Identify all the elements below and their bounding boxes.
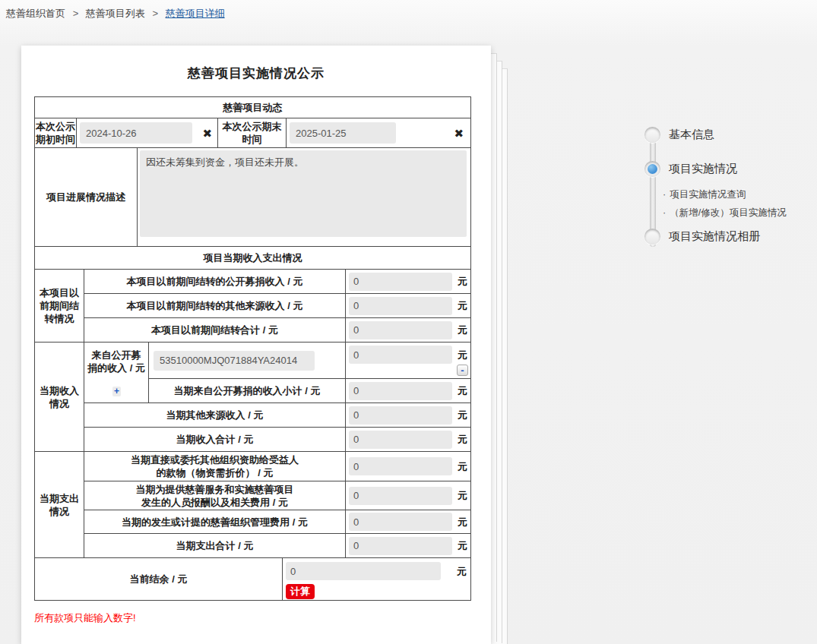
balance-label: 当前结余 / 元: [35, 558, 282, 600]
end-date-label: 本次公示期末时间: [217, 118, 286, 147]
income-total-label: 当期收入合计 / 元: [84, 428, 345, 451]
finance-header-row: 项目当期收入支出情况: [35, 246, 470, 269]
table-row: 当期收入合计 / 元 元: [84, 427, 470, 451]
expense-staff-input[interactable]: [349, 487, 452, 505]
unit-label: 元: [458, 299, 468, 312]
carryover-total-label: 本项目以前期间结转合计 / 元: [84, 318, 345, 342]
unit-label: 元: [458, 275, 468, 288]
income-other-label: 当期其他来源收入 / 元: [84, 403, 345, 427]
carryover-total-input[interactable]: [349, 321, 452, 339]
fund-row: 元 -: [148, 343, 470, 378]
table-row: 本项目以前期间结转的其他来源收入 / 元 元: [84, 293, 470, 317]
income-other-cell: 元: [345, 403, 470, 427]
unit-label: 元: [458, 324, 468, 336]
unit-label: 元: [458, 539, 468, 552]
substep-implementation-query[interactable]: ·项目实施情况查询: [663, 188, 746, 201]
table-row: 当期支出合计 / 元 元: [84, 533, 470, 557]
income-section: 当期收入情况 来自公开募捐的收入 / 元+: [35, 342, 470, 451]
carryover-other-cell: 元: [345, 294, 470, 317]
breadcrumb-project-list-link[interactable]: 慈善项目列表: [86, 8, 145, 19]
finance-header: 项目当期收入支出情况: [35, 247, 470, 269]
start-date-label: 本次公示期初时间: [35, 118, 76, 147]
publicity-form-table: 慈善项目动态 本次公示期初时间 ✖ 本次公示期末时间 ✖ 项目进展情况描述 因还…: [34, 96, 471, 601]
clear-end-date-icon[interactable]: ✖: [454, 128, 464, 139]
substep-implementation-edit[interactable]: ·（新增/修改）项目实施情况: [663, 207, 787, 219]
table-row: 当期来自公开募捐的收入小计 / 元 元: [148, 378, 470, 402]
income-subtotal-input[interactable]: [349, 382, 452, 400]
expense-beneficiary-label: 当期直接或委托其他组织资助给受益人 的款物（物资需折价） / 元: [84, 452, 345, 481]
income-subtotal-cell: 元: [345, 379, 470, 402]
numeric-only-warning: 所有款项只能输入数字!: [34, 611, 491, 625]
expense-section: 当期支出情况 当期直接或委托其他组织资助给受益人 的款物（物资需折价） / 元 …: [35, 451, 470, 557]
bullet-icon: ·: [663, 189, 666, 200]
expense-admin-input[interactable]: [349, 513, 452, 531]
income-group-label: 当期收入情况: [35, 343, 84, 451]
start-date-input[interactable]: [80, 122, 192, 144]
carryover-public-input[interactable]: [349, 273, 452, 291]
end-date-input[interactable]: [290, 122, 396, 144]
breadcrumb-home-link[interactable]: 慈善组织首页: [6, 8, 65, 19]
expense-total-cell: 元: [345, 534, 470, 557]
label-line: 当期直接或委托其他组织资助给受益人: [131, 453, 299, 466]
table-row: 当期直接或委托其他组织资助给受益人 的款物（物资需折价） / 元 元: [84, 452, 470, 481]
step-circle-icon: [644, 229, 660, 245]
income-subtotal-label: 当期来自公开募捐的收入小计 / 元: [148, 379, 345, 402]
carryover-group-label: 本项目以前期间结转情况: [35, 270, 84, 342]
substep-label: 项目实施情况查询: [670, 189, 746, 200]
table-row: 本项目以前期间结转的公开募捐收入 / 元 元: [84, 270, 470, 293]
step-implementation[interactable]: 项目实施情况: [644, 161, 737, 177]
public-donation-label: 来自公开募捐的收入 / 元+: [84, 343, 148, 402]
income-other-input[interactable]: [349, 406, 452, 425]
remove-fund-icon[interactable]: -: [457, 365, 468, 376]
carryover-total-cell: 元: [345, 318, 470, 342]
date-row: 本次公示期初时间 ✖ 本次公示期末时间 ✖: [35, 118, 470, 147]
balance-input[interactable]: [286, 562, 441, 580]
carryover-public-cell: 元: [345, 270, 470, 293]
expense-staff-cell: 元: [345, 481, 470, 510]
income-total-cell: 元: [345, 428, 470, 451]
start-date-cell: ✖: [76, 118, 217, 147]
progress-description-textarea[interactable]: 因还未筹集到资金，项目还未开展。: [140, 150, 467, 237]
progress-description-label: 项目进展情况描述: [35, 148, 137, 246]
calculate-button[interactable]: 计算: [286, 584, 315, 599]
expense-total-label: 当期支出合计 / 元: [84, 534, 345, 557]
fund-amount-cell: 元 -: [345, 343, 470, 378]
fund-id-cell: [148, 343, 345, 378]
table-row: 当期为提供慈善服务和实施慈善项目 发生的人员报酬以及相关费用 / 元 元: [84, 481, 470, 510]
substep-label: （新增/修改）项目实施情况: [670, 207, 786, 218]
step-basic-info[interactable]: 基本信息: [644, 127, 714, 143]
expense-staff-label: 当期为提供慈善服务和实施慈善项目 发生的人员报酬以及相关费用 / 元: [84, 481, 345, 510]
breadcrumb-project-detail-link[interactable]: 慈善项目详细: [166, 8, 225, 19]
unit-label: 元: [458, 433, 468, 446]
step-label: 基本信息: [669, 128, 714, 142]
bullet-icon: ·: [663, 207, 666, 218]
expense-total-input[interactable]: [349, 537, 452, 555]
dynamics-header: 慈善项目动态: [35, 97, 470, 118]
step-implementation-album[interactable]: 项目实施情况相册: [644, 229, 760, 245]
breadcrumb-separator: >: [73, 8, 79, 19]
add-fund-icon[interactable]: +: [112, 387, 121, 396]
progress-description-row: 项目进展情况描述 因还未筹集到资金，项目还未开展。: [35, 147, 470, 246]
carryover-other-label: 本项目以前期间结转的其他来源收入 / 元: [84, 294, 345, 317]
table-row: 当期的发生或计提的慈善组织管理费用 / 元 元: [84, 510, 470, 533]
unit-label: 元: [457, 565, 467, 578]
dynamics-header-row: 慈善项目动态: [35, 97, 470, 118]
expense-admin-cell: 元: [345, 510, 470, 533]
table-row: 本项目以前期间结转合计 / 元 元: [84, 317, 470, 342]
unit-label: 元: [458, 460, 468, 473]
label-line: 当期为提供慈善服务和实施慈善项目: [136, 483, 294, 496]
income-total-input[interactable]: [349, 431, 452, 449]
unit-label: 元: [458, 384, 468, 397]
end-date-cell: ✖: [286, 118, 470, 147]
fund-id-input[interactable]: [154, 351, 315, 371]
label-line: 发生的人员报酬以及相关费用 / 元: [141, 496, 288, 509]
fund-amount-input[interactable]: [349, 346, 452, 364]
public-donation-label-text: 来自公开募捐的收入 / 元: [87, 349, 145, 374]
step-circle-icon: [644, 127, 660, 143]
carryover-other-input[interactable]: [349, 297, 452, 315]
clear-start-date-icon[interactable]: ✖: [202, 128, 212, 139]
expense-admin-label: 当期的发生或计提的慈善组织管理费用 / 元: [84, 510, 345, 533]
page-title: 慈善项目实施情况公示: [21, 65, 491, 82]
expense-beneficiary-input[interactable]: [349, 457, 452, 475]
progress-description-cell: 因还未筹集到资金，项目还未开展。: [137, 148, 470, 246]
